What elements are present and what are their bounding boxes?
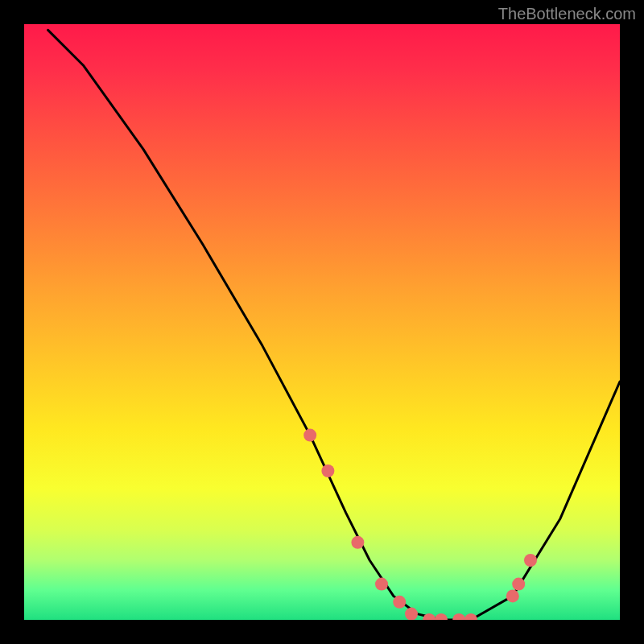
- data-point: [512, 578, 525, 591]
- marker-layer: [303, 429, 537, 620]
- bottleneck-curve: [48, 30, 620, 620]
- chart-container: TheBottleneck.com: [0, 0, 644, 644]
- data-point: [506, 589, 519, 602]
- data-point: [423, 613, 436, 620]
- data-point: [321, 464, 334, 477]
- data-point: [303, 429, 316, 442]
- data-point: [452, 613, 465, 620]
- data-point: [464, 613, 477, 620]
- data-point: [351, 536, 364, 549]
- watermark-text: TheBottleneck.com: [498, 5, 636, 23]
- data-point: [393, 596, 406, 609]
- data-point: [375, 578, 388, 591]
- data-point: [435, 613, 448, 620]
- data-point: [524, 554, 537, 567]
- chart-svg: [24, 24, 620, 620]
- curve-layer: [48, 30, 620, 620]
- data-point: [405, 608, 418, 620]
- plot-area: [24, 24, 620, 620]
